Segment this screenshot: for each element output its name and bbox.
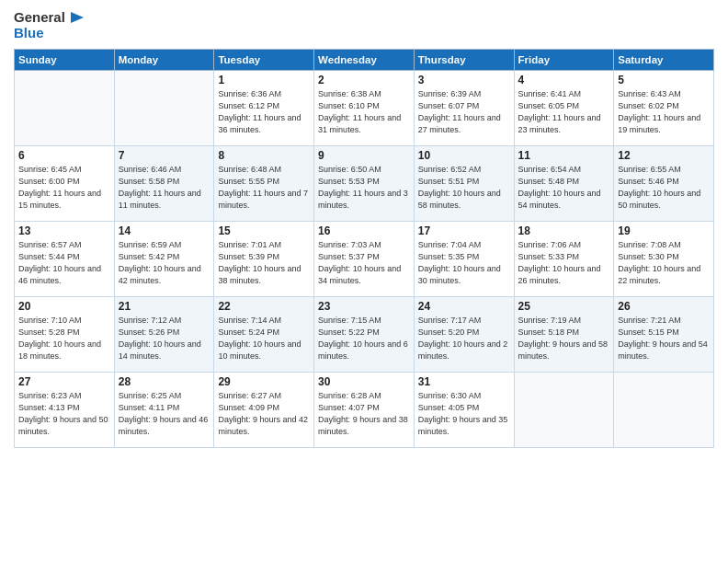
day-info: Sunrise: 6:28 AM Sunset: 4:07 PM Dayligh… [318,390,410,438]
day-info: Sunrise: 6:54 AM Sunset: 5:48 PM Dayligh… [518,164,610,212]
calendar-day-cell: 25Sunrise: 7:19 AM Sunset: 5:18 PM Dayli… [514,296,614,372]
calendar-day-cell: 22Sunrise: 7:14 AM Sunset: 5:24 PM Dayli… [214,296,314,372]
day-number: 1 [218,74,310,86]
calendar-day-cell: 10Sunrise: 6:52 AM Sunset: 5:51 PM Dayli… [414,145,514,221]
day-info: Sunrise: 7:19 AM Sunset: 5:18 PM Dayligh… [518,315,610,362]
day-info: Sunrise: 6:57 AM Sunset: 5:44 PM Dayligh… [18,239,110,287]
calendar-week-row: 6Sunrise: 6:45 AM Sunset: 6:00 PM Daylig… [15,145,714,221]
weekday-header-tuesday: Tuesday [214,49,314,70]
calendar-day-cell: 1Sunrise: 6:36 AM Sunset: 6:12 PM Daylig… [214,70,314,145]
day-info: Sunrise: 6:43 AM Sunset: 6:02 PM Dayligh… [618,88,710,136]
day-number: 25 [518,300,610,313]
calendar-table: SundayMondayTuesdayWednesdayThursdayFrid… [14,49,714,448]
day-info: Sunrise: 6:30 AM Sunset: 4:05 PM Dayligh… [418,390,510,438]
calendar-day-cell: 5Sunrise: 6:43 AM Sunset: 6:02 PM Daylig… [614,70,714,145]
day-number: 4 [518,74,610,86]
day-number: 16 [318,224,410,237]
day-number: 26 [618,300,710,313]
calendar-day-cell: 7Sunrise: 6:46 AM Sunset: 5:58 PM Daylig… [114,145,214,221]
calendar-day-cell: 23Sunrise: 7:15 AM Sunset: 5:22 PM Dayli… [314,296,415,372]
day-info: Sunrise: 6:38 AM Sunset: 6:10 PM Dayligh… [318,88,410,136]
weekday-header-row: SundayMondayTuesdayWednesdayThursdayFrid… [15,49,714,70]
day-number: 30 [318,375,410,388]
calendar-empty-cell [114,70,214,145]
day-info: Sunrise: 6:48 AM Sunset: 5:55 PM Dayligh… [218,164,310,212]
day-number: 18 [518,224,610,237]
weekday-header-monday: Monday [114,49,214,70]
day-number: 14 [119,224,210,237]
day-number: 10 [418,149,510,162]
weekday-header-friday: Friday [514,49,614,70]
day-info: Sunrise: 7:06 AM Sunset: 5:33 PM Dayligh… [518,239,610,287]
calendar-day-cell: 28Sunrise: 6:25 AM Sunset: 4:11 PM Dayli… [114,372,214,447]
day-number: 13 [18,224,110,237]
day-number: 29 [218,375,310,388]
day-number: 27 [18,375,110,388]
day-number: 2 [318,74,410,86]
page: General Blue SundayMondayTuesdayWednesda… [0,0,728,563]
day-info: Sunrise: 7:12 AM Sunset: 5:26 PM Dayligh… [119,315,210,362]
day-number: 7 [119,149,210,162]
calendar-day-cell: 15Sunrise: 7:01 AM Sunset: 5:39 PM Dayli… [214,221,314,296]
day-info: Sunrise: 6:27 AM Sunset: 4:09 PM Dayligh… [218,390,310,438]
calendar-week-row: 20Sunrise: 7:10 AM Sunset: 5:28 PM Dayli… [15,296,714,372]
day-number: 11 [518,149,610,162]
day-info: Sunrise: 7:21 AM Sunset: 5:15 PM Dayligh… [618,315,710,362]
day-number: 19 [618,224,710,237]
header: General Blue [14,9,714,41]
day-info: Sunrise: 6:46 AM Sunset: 5:58 PM Dayligh… [119,164,210,212]
calendar-week-row: 27Sunrise: 6:23 AM Sunset: 4:13 PM Dayli… [15,372,714,447]
calendar-day-cell: 6Sunrise: 6:45 AM Sunset: 6:00 PM Daylig… [15,145,115,221]
calendar-day-cell: 19Sunrise: 7:08 AM Sunset: 5:30 PM Dayli… [614,221,714,296]
svg-marker-0 [71,12,84,23]
day-number: 28 [119,375,210,388]
weekday-header-thursday: Thursday [414,49,514,70]
day-number: 9 [318,149,410,162]
day-info: Sunrise: 7:04 AM Sunset: 5:35 PM Dayligh… [418,239,510,287]
logo: General Blue [14,9,84,41]
day-info: Sunrise: 7:10 AM Sunset: 5:28 PM Dayligh… [18,315,110,362]
logo-general-label: General [14,10,65,26]
day-info: Sunrise: 6:41 AM Sunset: 6:05 PM Dayligh… [518,88,610,136]
calendar-day-cell: 11Sunrise: 6:54 AM Sunset: 5:48 PM Dayli… [514,145,614,221]
calendar-empty-cell [15,70,115,145]
calendar-day-cell: 18Sunrise: 7:06 AM Sunset: 5:33 PM Dayli… [514,221,614,296]
day-number: 22 [218,300,310,313]
day-number: 21 [119,300,210,313]
day-info: Sunrise: 6:45 AM Sunset: 6:00 PM Dayligh… [18,164,110,212]
logo-container: General Blue [14,9,84,41]
calendar-day-cell: 26Sunrise: 7:21 AM Sunset: 5:15 PM Dayli… [614,296,714,372]
day-info: Sunrise: 7:01 AM Sunset: 5:39 PM Dayligh… [218,239,310,287]
day-number: 31 [418,375,510,388]
day-number: 5 [618,74,710,86]
calendar-day-cell: 30Sunrise: 6:28 AM Sunset: 4:07 PM Dayli… [314,372,415,447]
day-info: Sunrise: 7:15 AM Sunset: 5:22 PM Dayligh… [318,315,410,362]
calendar-day-cell: 24Sunrise: 7:17 AM Sunset: 5:20 PM Dayli… [414,296,514,372]
calendar-day-cell: 20Sunrise: 7:10 AM Sunset: 5:28 PM Dayli… [15,296,115,372]
calendar-day-cell: 27Sunrise: 6:23 AM Sunset: 4:13 PM Dayli… [15,372,115,447]
day-info: Sunrise: 6:50 AM Sunset: 5:53 PM Dayligh… [318,164,410,212]
day-info: Sunrise: 6:23 AM Sunset: 4:13 PM Dayligh… [18,390,110,438]
day-info: Sunrise: 6:36 AM Sunset: 6:12 PM Dayligh… [218,88,310,136]
day-info: Sunrise: 7:03 AM Sunset: 5:37 PM Dayligh… [318,239,410,287]
day-number: 24 [418,300,510,313]
day-number: 15 [218,224,310,237]
day-number: 17 [418,224,510,237]
weekday-header-sunday: Sunday [15,49,115,70]
day-number: 3 [418,74,510,86]
calendar-day-cell: 16Sunrise: 7:03 AM Sunset: 5:37 PM Dayli… [314,221,415,296]
day-number: 12 [618,149,710,162]
day-info: Sunrise: 6:52 AM Sunset: 5:51 PM Dayligh… [418,164,510,212]
day-info: Sunrise: 6:25 AM Sunset: 4:11 PM Dayligh… [119,390,210,438]
logo-arrow-icon [67,9,84,26]
calendar-week-row: 1Sunrise: 6:36 AM Sunset: 6:12 PM Daylig… [15,70,714,145]
day-info: Sunrise: 6:39 AM Sunset: 6:07 PM Dayligh… [418,88,510,136]
day-info: Sunrise: 6:59 AM Sunset: 5:42 PM Dayligh… [119,239,210,287]
calendar-day-cell: 21Sunrise: 7:12 AM Sunset: 5:26 PM Dayli… [114,296,214,372]
calendar-day-cell: 8Sunrise: 6:48 AM Sunset: 5:55 PM Daylig… [214,145,314,221]
calendar-day-cell: 29Sunrise: 6:27 AM Sunset: 4:09 PM Dayli… [214,372,314,447]
day-number: 6 [18,149,110,162]
calendar-day-cell: 14Sunrise: 6:59 AM Sunset: 5:42 PM Dayli… [114,221,214,296]
logo-blue-label: Blue [14,26,44,41]
calendar-empty-cell [514,372,614,447]
